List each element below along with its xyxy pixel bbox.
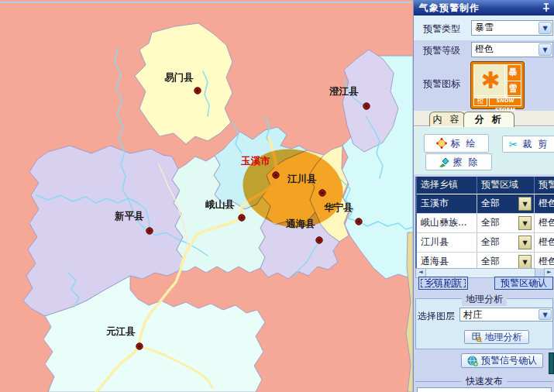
plot-button[interactable]: 标 绘 bbox=[424, 134, 489, 153]
warning-icon-label: 预警图标 bbox=[423, 77, 460, 91]
layer-select-label: 选择图层 bbox=[418, 310, 455, 323]
tab-content[interactable]: 内 容 bbox=[429, 112, 465, 127]
county-label: 通海县 bbox=[285, 218, 315, 229]
warning-type-select[interactable]: 暴雪 ▼ bbox=[471, 20, 553, 36]
partial-button-fragment[interactable] bbox=[549, 352, 554, 374]
table-cell: 选择乡镇 bbox=[417, 177, 477, 194]
table-cell[interactable]: 江川县 bbox=[417, 233, 477, 252]
county-label: 元江县 bbox=[105, 325, 136, 337]
county-label: 江川县 bbox=[287, 173, 317, 184]
county-label: 峨山县 bbox=[205, 198, 235, 210]
erase-button[interactable]: 擦 除 bbox=[425, 153, 492, 170]
warning-level-label: 预警等级 bbox=[423, 44, 460, 57]
county-marker[interactable] bbox=[136, 343, 143, 349]
level-badge: 橙 bbox=[473, 95, 487, 106]
table-cell[interactable]: 橙色 bbox=[535, 194, 554, 213]
county-marker[interactable] bbox=[273, 172, 279, 178]
table-cell[interactable]: 橙色 bbox=[535, 233, 554, 252]
table-header-row: 选择乡镇预警区域预警等级 bbox=[417, 177, 554, 194]
warning-type-label: 预警类型 bbox=[423, 22, 460, 36]
table-cell[interactable]: 通海县 bbox=[417, 253, 477, 268]
table-cell[interactable]: 全部▼ bbox=[477, 214, 535, 232]
crop-button[interactable]: ✂ 裁 剪 bbox=[502, 136, 554, 153]
tab-analysis[interactable]: 分 析 bbox=[463, 112, 514, 127]
warning-panel: 气象预警制作 预警类型 暴雪 ▼ 预警等级 橙色 ▼ 预警图标 ✱ 暴 雪 橙 bbox=[413, 0, 554, 392]
diamond-plot-icon bbox=[436, 138, 447, 149]
county-marker[interactable] bbox=[319, 190, 325, 196]
county-label: 易门县 bbox=[163, 71, 194, 83]
panel-title: 气象预警制作 bbox=[419, 2, 480, 13]
county-label: 新平县 bbox=[114, 210, 144, 222]
confirm-signal-button[interactable]: 预警信号确认 bbox=[461, 353, 543, 368]
geo-analysis-button[interactable]: 地理分析 bbox=[464, 330, 529, 344]
county-label: 玉溪市 bbox=[240, 155, 270, 167]
table-cell[interactable]: 全部▼ bbox=[477, 253, 535, 268]
table-cell[interactable]: 峨山彝族... bbox=[417, 214, 477, 232]
weather-warning-app: 易门县澄江县玉溪市江川县峨山县华宁县新平县通海县元江县 气象预警制作 预警类型 … bbox=[0, 0, 554, 392]
tab-strip: 内 容 分 析 bbox=[414, 111, 554, 126]
pin-icon[interactable] bbox=[541, 2, 552, 13]
county-label: 澄江县 bbox=[329, 85, 359, 97]
table-cell[interactable]: 橙色 bbox=[535, 253, 554, 268]
chevron-down-icon[interactable]: ▼ bbox=[539, 43, 552, 56]
map-canvas[interactable]: 易门县澄江县玉溪市江川县峨山县华宁县新平县通海县元江县 bbox=[0, 0, 413, 392]
table-cell[interactable]: 全部▼ bbox=[477, 233, 535, 252]
snowflake-icon: ✱ bbox=[473, 64, 508, 98]
layer-select[interactable]: 村庄 ▼ bbox=[459, 308, 553, 322]
snowstorm-warning-icon: ✱ 暴 雪 橙 SNOW STORM bbox=[470, 61, 525, 109]
county-marker[interactable] bbox=[316, 237, 322, 243]
area-dropdown-button[interactable]: ▼ bbox=[518, 236, 532, 249]
table-magnifier-icon bbox=[472, 332, 482, 342]
chevron-down-icon[interactable]: ▼ bbox=[539, 22, 552, 34]
table-cell[interactable]: 橙色 bbox=[535, 214, 554, 232]
area-dropdown-button[interactable]: ▼ bbox=[518, 255, 532, 268]
eraser-icon bbox=[439, 156, 449, 167]
analysis-toolbar: 标 绘 ✂ 裁 剪 擦 除 bbox=[414, 126, 554, 174]
chevron-down-icon[interactable]: ▼ bbox=[539, 309, 552, 320]
county-marker[interactable] bbox=[194, 88, 201, 94]
table-hscrollbar[interactable]: ◄ ► bbox=[415, 268, 554, 277]
warning-icon-caption: SNOW STORM bbox=[489, 95, 521, 106]
table-cell: 预警区域 bbox=[477, 177, 535, 194]
county-marker[interactable] bbox=[356, 218, 362, 225]
panel-titlebar: 气象预警制作 bbox=[414, 0, 554, 15]
table-cell: 预警等级 bbox=[535, 177, 554, 194]
map-top-border bbox=[0, 2, 413, 3]
scissors-icon: ✂ bbox=[509, 139, 519, 150]
county-marker[interactable] bbox=[146, 228, 153, 234]
refresh-townships-button[interactable]: 乡镇刷新 bbox=[418, 277, 468, 290]
warning-level-select[interactable]: 橙色 ▼ bbox=[471, 42, 553, 57]
confirm-warning-area-button[interactable]: 预警区确认 bbox=[494, 277, 553, 290]
quick-publish-input[interactable] bbox=[417, 387, 552, 392]
globe-icon bbox=[467, 356, 478, 366]
table-row[interactable]: 玉溪市全部▼橙色 bbox=[417, 194, 554, 214]
area-dropdown-button[interactable]: ▼ bbox=[518, 216, 532, 230]
table-cell[interactable]: 玉溪市 bbox=[417, 194, 477, 213]
table-row[interactable]: 通海县全部▼橙色 bbox=[417, 253, 554, 268]
table-row[interactable]: 江川县全部▼橙色 bbox=[417, 233, 554, 253]
area-dropdown-button[interactable]: ▼ bbox=[518, 197, 532, 211]
county-marker[interactable] bbox=[239, 215, 245, 221]
table-row[interactable]: 峨山彝族...全部▼橙色 bbox=[417, 214, 554, 233]
county-marker[interactable] bbox=[363, 103, 370, 109]
geo-group-title: 地理分析 bbox=[462, 293, 507, 306]
township-table[interactable]: 选择乡镇预警区域预警等级玉溪市全部▼橙色峨山彝族...全部▼橙色江川县全部▼橙色… bbox=[415, 177, 554, 268]
quick-publish-title: 快速发布 bbox=[462, 375, 507, 388]
table-cell[interactable]: 全部▼ bbox=[477, 194, 535, 213]
county-label: 华宁县 bbox=[323, 201, 353, 213]
warning-icon-chars: 暴 雪 bbox=[504, 64, 521, 98]
